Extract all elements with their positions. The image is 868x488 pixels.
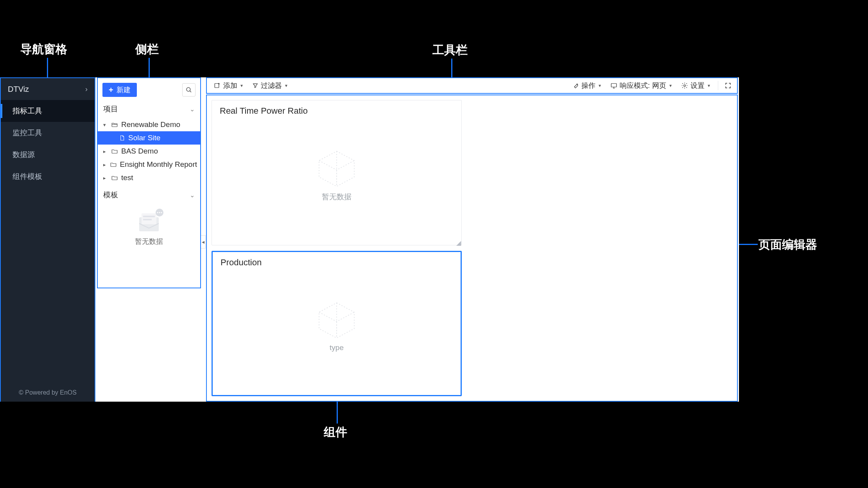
nav-footer-text: © Powered by EnOS (19, 389, 77, 396)
fullscreen-icon (725, 82, 732, 89)
project-tree: ▾ Renewable Demo (98, 117, 200, 187)
filter-icon (252, 82, 258, 89)
widget-title: Real Time Power Ratio (212, 100, 461, 116)
chevron-right-icon: › (85, 85, 88, 93)
caret-down-icon: ▾ (285, 83, 287, 88)
toolbar-fullscreen-button[interactable] (722, 80, 734, 91)
nav-header[interactable]: DTViz › (1, 78, 95, 100)
chevron-down-icon: ⌄ (190, 191, 195, 199)
sidebar-collapse-handle[interactable]: ◂ (201, 235, 206, 248)
editor-toolbar: 添加 ▾ 过滤器 ▾ 操 (206, 77, 738, 94)
widget-empty-state: 暂无数据 (315, 149, 358, 202)
sidebar-section-label: 项目 (103, 104, 118, 114)
toolbar-settings-label: 设置 (690, 81, 705, 90)
caret-right-icon: ▸ (103, 175, 108, 181)
svg-point-8 (159, 212, 160, 213)
caret-down-icon: ▾ (708, 83, 710, 88)
caret-left-icon: ◂ (202, 239, 204, 245)
nav-item-label: 指标工具 (13, 106, 42, 116)
annotation-line (451, 59, 452, 77)
svg-point-12 (684, 85, 686, 87)
folder-icon (111, 148, 118, 155)
nav-item-label: 数据源 (13, 150, 35, 160)
caret-down-icon: ▾ (103, 122, 108, 128)
new-button-label: 新建 (117, 85, 131, 95)
widget-production[interactable]: Production type (212, 251, 462, 396)
responsive-icon (610, 82, 617, 89)
template-empty-text: 暂无数据 (135, 237, 163, 246)
tree-file-solar-site[interactable]: Solar Site (98, 131, 200, 145)
nav-item-component-template[interactable]: 组件模板 (1, 166, 95, 188)
svg-line-1 (190, 91, 191, 92)
nav-item-datasource[interactable]: 数据源 (1, 144, 95, 166)
search-icon (185, 86, 192, 93)
toolbar-separator (718, 81, 718, 90)
sidebar-section-project[interactable]: 项目 ⌄ (98, 101, 200, 117)
widget-empty-state: type (315, 300, 358, 352)
resize-handle[interactable]: ◢ (456, 240, 462, 245)
svg-point-7 (157, 212, 158, 213)
widget-empty-text: 暂无数据 (322, 192, 352, 202)
caret-down-icon: ▾ (240, 83, 243, 88)
empty-inbox-icon (132, 206, 166, 234)
toolbar-action-button[interactable]: 操作 ▾ (569, 79, 605, 92)
plus-icon: + (109, 86, 113, 94)
sidebar-section-label: 模板 (103, 190, 118, 200)
file-icon (119, 135, 125, 141)
toolbar-add-label: 添加 (223, 81, 237, 90)
nav-footer: © Powered by EnOS (1, 384, 95, 402)
tree-folder-renewable-demo[interactable]: ▾ Renewable Demo (98, 118, 200, 131)
annotation-widget: 组件 (324, 424, 347, 440)
add-widget-icon (214, 82, 221, 89)
annotation-sidebar: 侧栏 (135, 41, 159, 57)
nav-item-monitoring[interactable]: 监控工具 (1, 122, 95, 144)
widget-title: Production (213, 252, 461, 268)
tree-label: Ensight Monthly Report (120, 160, 197, 169)
svg-rect-11 (611, 84, 617, 87)
annotation-line (149, 58, 150, 77)
tree-label: Renewable Demo (121, 120, 180, 129)
wrench-icon (572, 82, 579, 89)
sidebar-section-template[interactable]: 模板 ⌄ (98, 187, 200, 203)
toolbar-action-label: 操作 (581, 81, 595, 90)
caret-right-icon: ▸ (103, 148, 108, 154)
cube-icon (315, 149, 358, 188)
gear-icon (681, 82, 688, 89)
tree-label: test (121, 173, 133, 182)
nav-item-metrics[interactable]: 指标工具 (1, 100, 95, 122)
svg-point-0 (187, 88, 190, 91)
folder-open-icon (111, 121, 118, 128)
tree-folder-test[interactable]: ▸ test (98, 171, 200, 184)
toolbar-settings-button[interactable]: 设置 ▾ (677, 79, 714, 92)
widget-real-time-power-ratio[interactable]: Real Time Power Ratio 暂无数据 ◢ (212, 100, 462, 245)
editor-canvas: Real Time Power Ratio 暂无数据 ◢ Producti (207, 95, 737, 402)
caret-right-icon: ▸ (103, 162, 107, 168)
toolbar-responsive-value: 网页 (652, 81, 666, 90)
nav-item-label: 组件模板 (13, 172, 42, 182)
search-button[interactable] (182, 83, 195, 97)
new-button[interactable]: + 新建 (102, 83, 137, 97)
chevron-down-icon: ⌄ (190, 105, 195, 113)
svg-point-9 (161, 212, 162, 213)
folder-icon (111, 174, 118, 181)
page-editor[interactable]: Real Time Power Ratio 暂无数据 ◢ Producti (206, 95, 738, 402)
tree-label: Solar Site (128, 134, 160, 142)
sidebar-panel: + 新建 项目 ⌄ ▾ (97, 77, 201, 288)
toolbar-responsive-prefix: 响应模式: (620, 81, 650, 90)
annotation-line (47, 58, 48, 77)
svg-rect-4 (143, 216, 155, 217)
tree-folder-bas-demo[interactable]: ▸ BAS Demo (98, 145, 200, 158)
annotation-editor: 页面编辑器 (759, 237, 817, 253)
tree-folder-ensight-monthly-report[interactable]: ▸ Ensight Monthly Report (98, 158, 200, 171)
nav-title: DTViz (8, 85, 29, 94)
toolbar-add-button[interactable]: 添加 ▾ (210, 79, 247, 92)
widget-empty-text: type (330, 343, 344, 352)
nav-pane: DTViz › 指标工具 监控工具 数据源 组件模板 © Powered by … (0, 77, 95, 402)
toolbar-responsive-button[interactable]: 响应模式: 网页 ▾ (606, 79, 676, 92)
annotation-toolbar: 工具栏 (432, 42, 468, 58)
annotation-line (337, 402, 338, 424)
toolbar-filter-label: 过滤器 (261, 81, 282, 90)
annotation-nav: 导航窗格 (20, 41, 67, 57)
toolbar-filter-button[interactable]: 过滤器 ▾ (248, 79, 291, 92)
caret-down-icon: ▾ (599, 83, 601, 88)
